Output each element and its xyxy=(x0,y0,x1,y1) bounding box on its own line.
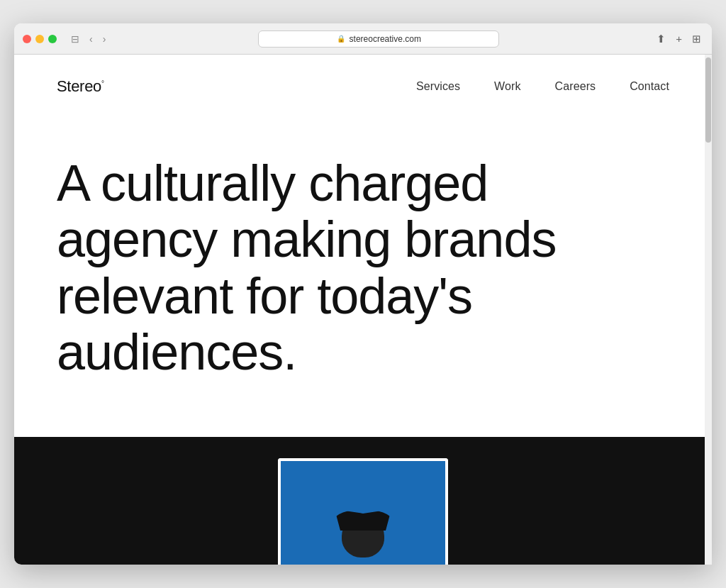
maximize-button[interactable] xyxy=(48,35,57,43)
close-button[interactable] xyxy=(23,35,31,43)
nav-item-work[interactable]: Work xyxy=(494,80,520,93)
lock-icon: 🔒 xyxy=(337,35,345,43)
minimize-button[interactable] xyxy=(35,35,44,43)
extensions-button[interactable]: ⊞ xyxy=(690,30,703,48)
site-logo[interactable]: Stereo° xyxy=(57,77,104,96)
browser-controls: ⊟ ‹ › xyxy=(68,32,108,46)
scrollbar-thumb[interactable] xyxy=(705,57,711,143)
nav-link-contact[interactable]: Contact xyxy=(630,80,669,92)
hero-headline: A culturally charged agency making brand… xyxy=(57,155,596,380)
person-silhouette xyxy=(281,522,445,565)
featured-image xyxy=(278,458,448,565)
nav-links: Services Work Careers Contact xyxy=(416,80,669,93)
black-section xyxy=(14,437,712,565)
back-button[interactable]: ‹ xyxy=(86,32,96,46)
scrollbar-track[interactable] xyxy=(705,55,712,565)
address-bar-container: 🔒 stereocreative.com xyxy=(114,30,643,48)
nav-item-careers[interactable]: Careers xyxy=(555,80,596,93)
url-text: stereocreative.com xyxy=(350,34,421,44)
nav-item-contact[interactable]: Contact xyxy=(630,80,669,93)
nav-item-services[interactable]: Services xyxy=(416,80,460,93)
site-navigation: Stereo° Services Work Careers Contact xyxy=(14,55,712,113)
share-button[interactable]: ⬆ xyxy=(654,30,668,48)
nav-link-services[interactable]: Services xyxy=(416,80,460,92)
website-content: Stereo° Services Work Careers Contact xyxy=(14,55,712,565)
forward-button[interactable]: › xyxy=(100,32,109,46)
nav-link-careers[interactable]: Careers xyxy=(555,80,596,92)
sidebar-toggle-button[interactable]: ⊟ xyxy=(68,32,82,46)
nav-link-work[interactable]: Work xyxy=(494,80,520,92)
new-tab-button[interactable]: + xyxy=(674,30,684,47)
address-bar[interactable]: 🔒 stereocreative.com xyxy=(258,30,499,48)
hero-section: A culturally charged agency making brand… xyxy=(14,113,712,437)
browser-chrome: ⊟ ‹ › 🔒 stereocreative.com ⬆ + ⊞ xyxy=(14,23,712,55)
person-head xyxy=(342,515,384,558)
browser-window: ⊟ ‹ › 🔒 stereocreative.com ⬆ + ⊞ Ster xyxy=(14,23,712,565)
browser-actions: ⬆ + ⊞ xyxy=(654,30,703,48)
traffic-lights xyxy=(23,35,57,43)
person-hair xyxy=(335,509,391,531)
